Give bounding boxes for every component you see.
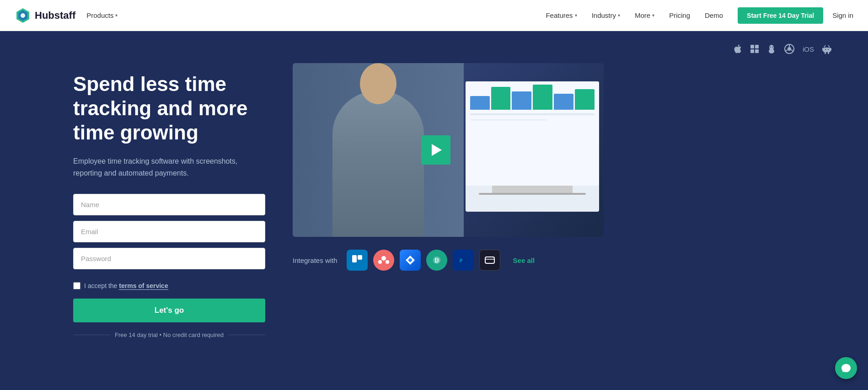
integration-jira[interactable] (400, 250, 421, 271)
svg-line-18 (828, 45, 830, 47)
integration-basecamp[interactable] (479, 250, 500, 271)
logo-link[interactable]: Hubstaff (15, 7, 75, 24)
trial-note: Free 14 day trial • No credit card requi… (73, 331, 265, 338)
ios-label: iOS (803, 45, 814, 53)
more-chevron-icon: ▾ (652, 13, 654, 18)
apple-icon (733, 44, 742, 54)
svg-rect-14 (830, 48, 831, 51)
email-input[interactable] (73, 221, 265, 242)
hero-right: Integrates with (293, 63, 831, 271)
integration-dext[interactable]: D (426, 250, 447, 271)
android-icon (822, 44, 831, 54)
svg-line-17 (824, 45, 825, 47)
svg-point-20 (828, 49, 829, 50)
svg-point-6 (772, 47, 773, 48)
tos-link[interactable]: terms of service (119, 282, 168, 290)
nav-industry[interactable]: Industry ▾ (586, 8, 626, 23)
tos-row: I accept the terms of service (73, 282, 265, 289)
nav-pricing[interactable]: Pricing (664, 8, 696, 23)
industry-chevron-icon: ▾ (618, 13, 620, 18)
nav-links: Features ▾ Industry ▾ More ▾ Pricing Dem… (540, 7, 853, 24)
hero-headline: Spend less time tracking and more time g… (73, 72, 265, 144)
person-head (360, 63, 396, 104)
hero-left: Spend less time tracking and more time g… (73, 63, 265, 338)
trial-line-right (228, 335, 265, 335)
svg-rect-12 (823, 48, 830, 52)
svg-line-10 (791, 50, 793, 51)
svg-point-25 (386, 260, 389, 264)
svg-point-19 (825, 49, 826, 50)
features-chevron-icon: ▾ (575, 13, 577, 18)
signin-button[interactable]: Sign in (832, 11, 853, 19)
tos-label: I accept the terms of service (84, 282, 168, 289)
person-body (332, 91, 424, 237)
logo-text: Hubstaff (35, 10, 75, 21)
svg-line-11 (785, 50, 788, 51)
products-chevron-icon: ▾ (115, 13, 118, 18)
integration-trello[interactable] (347, 250, 368, 271)
play-triangle-icon (432, 144, 442, 156)
integration-icons-list: D P P (347, 250, 500, 271)
svg-rect-30 (485, 257, 494, 263)
integrations-bar: Integrates with (293, 250, 604, 271)
linux-icon (767, 44, 776, 54)
svg-point-8 (788, 47, 791, 51)
chat-icon (841, 363, 851, 373)
integrations-label: Integrates with (293, 256, 338, 264)
trial-button[interactable]: Start Free 14 Day Trial (738, 7, 823, 24)
trial-line-left (73, 335, 110, 335)
chat-bubble[interactable] (835, 357, 857, 379)
navbar: Hubstaff Products ▾ Features ▾ Industry … (0, 0, 868, 31)
nav-products[interactable]: Products ▾ (86, 11, 118, 19)
svg-text:P: P (462, 258, 466, 263)
chrome-icon (784, 44, 794, 54)
hero-section: iOS Spend less time tracking and more ti… (0, 31, 868, 390)
submit-button[interactable]: Let's go (73, 299, 265, 322)
svg-point-5 (770, 47, 771, 48)
hero-content: Spend less time tracking and more time g… (0, 54, 868, 390)
tos-checkbox[interactable] (73, 282, 80, 289)
video-container[interactable] (293, 63, 604, 237)
svg-point-4 (769, 49, 774, 53)
svg-text:D: D (434, 257, 439, 264)
integration-paypal[interactable]: P P (453, 250, 474, 271)
svg-rect-21 (352, 255, 357, 262)
password-input[interactable] (73, 248, 265, 269)
nav-demo[interactable]: Demo (699, 8, 729, 23)
integration-asana[interactable] (373, 250, 394, 271)
svg-point-23 (381, 256, 386, 261)
hero-subtext: Employee time tracking software with scr… (73, 155, 247, 179)
svg-point-2 (21, 13, 25, 18)
svg-rect-22 (358, 255, 362, 260)
video-background (293, 63, 604, 237)
play-button[interactable] (421, 135, 450, 165)
see-all-link[interactable]: See all (513, 256, 535, 264)
nav-features[interactable]: Features ▾ (540, 8, 582, 23)
hubstaff-logo-icon (15, 7, 31, 24)
windows-icon (750, 45, 759, 53)
name-input[interactable] (73, 194, 265, 215)
platform-icons-row: iOS (0, 31, 868, 54)
svg-point-24 (378, 260, 382, 264)
nav-more[interactable]: More ▾ (629, 8, 660, 23)
svg-rect-13 (822, 48, 823, 51)
dashboard-screen (466, 81, 599, 212)
